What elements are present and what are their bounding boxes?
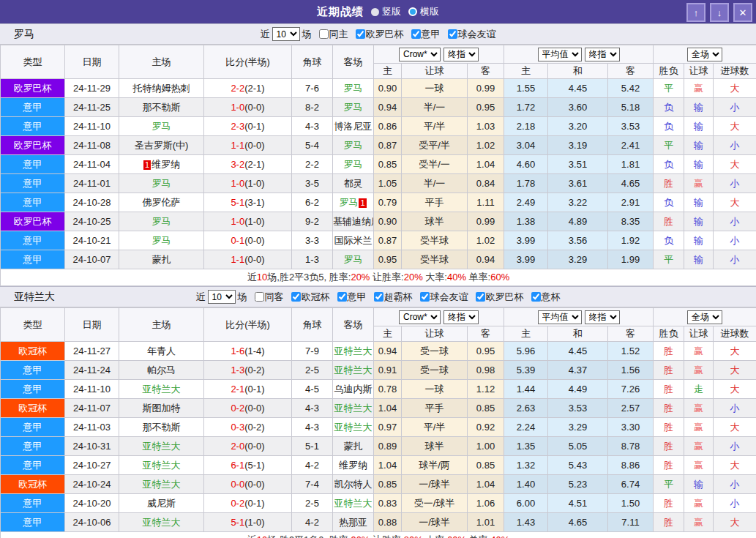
filter-checkbox-item[interactable]: 意甲 [332, 291, 367, 304]
layout-radio-horizontal[interactable]: 横版 [408, 5, 439, 18]
cell-odds: 3.20 [548, 117, 608, 136]
filter-checkbox-item[interactable]: 欧罗巴杯 [471, 291, 524, 304]
cell-away-team: 罗马1 [333, 193, 374, 212]
filter-checkbox[interactable] [319, 29, 329, 39]
filter-checkbox[interactable] [337, 292, 347, 302]
cell-odds: 4.45 [548, 79, 608, 98]
cell-result: 平 [654, 79, 684, 98]
avg-source-select[interactable]: 平均值 [538, 48, 582, 61]
cell-odds: 2.41 [608, 136, 654, 155]
cell-score: 0-2(0-1) [204, 494, 292, 513]
avg-source-select[interactable]: 平均值 [538, 310, 582, 324]
cell-home-team: 罗马 [119, 117, 204, 136]
cell-result: 输 [684, 98, 714, 117]
filter-checkbox[interactable] [374, 292, 383, 302]
filter-checkbox[interactable] [420, 292, 430, 302]
move-up-button[interactable]: ↑ [686, 3, 706, 22]
match-row: 意甲24-10-06亚特兰大5-1(1-0)4-2热那亚0.88一/球半1.01… [1, 513, 756, 532]
filter-checkbox[interactable] [255, 292, 264, 302]
move-down-button[interactable]: ↓ [710, 3, 729, 22]
filter-checkbox-item[interactable]: 同主 [314, 28, 348, 41]
filter-checkbox[interactable] [356, 29, 365, 39]
filter-prefix-label: 近 [261, 28, 270, 41]
odds-time-select[interactable]: 终指 [444, 48, 479, 61]
filter-checkbox-item[interactable]: 意杯 [526, 291, 561, 304]
radio-icon[interactable] [408, 7, 417, 16]
cell-result: 赢 [684, 399, 714, 418]
cell-odds: 1.03 [468, 117, 504, 136]
odds-source-select[interactable]: Crow* [399, 48, 441, 61]
cell-odds: 平手 [402, 193, 468, 212]
filter-checkbox-item[interactable]: 意甲 [406, 28, 441, 41]
cell-odds: 3.60 [548, 98, 608, 117]
cell-date: 24-10-07 [65, 250, 119, 269]
cell-odds: 2.63 [504, 399, 548, 418]
column-header: 比分(半场) [204, 308, 292, 342]
cell-competition: 欧冠杯 [1, 342, 65, 361]
avg-time-select[interactable]: 终指 [585, 48, 620, 61]
cell-odds: 平手 [402, 399, 468, 418]
team-filter-bar: 亚特兰大近10场同客欧冠杯意甲超霸杯球会友谊欧罗巴杯意杯 [0, 286, 756, 307]
filter-checkbox-item[interactable]: 欧冠杯 [286, 291, 330, 304]
cell-odds: 0.95 [374, 250, 402, 269]
filter-checkbox[interactable] [531, 292, 541, 302]
cell-odds: 5.43 [548, 456, 608, 475]
cell-result: 大 [714, 380, 756, 399]
sub-column-header: 和 [548, 64, 608, 79]
close-button[interactable]: ✕ [733, 3, 752, 22]
team-link: 罗马 [339, 197, 358, 208]
cell-competition: 意甲 [1, 418, 65, 437]
cell-result: 负 [654, 193, 684, 212]
summary-text: 场,胜9平1负0, 胜率: [267, 534, 351, 538]
cell-corners: 4-5 [292, 380, 333, 399]
cell-corners: 4-2 [292, 456, 333, 475]
filter-checkbox-item[interactable]: 超霸杯 [369, 291, 413, 304]
filter-checkbox[interactable] [411, 29, 421, 39]
cell-odds: 1.06 [468, 494, 504, 513]
cell-odds: 3.29 [548, 418, 608, 437]
fulltime-score: 0-1 [231, 235, 244, 246]
radio-icon[interactable] [371, 8, 379, 16]
cell-odds: 0.98 [468, 361, 504, 380]
cell-result: 小 [714, 250, 756, 269]
cell-odds: 受半球 [402, 231, 468, 250]
fulltime-select[interactable]: 全场 [687, 310, 722, 324]
fulltime-score: 5-1 [231, 197, 244, 208]
team-link: 圣吉罗斯(中) [135, 140, 189, 151]
filter-checkbox[interactable] [448, 29, 457, 39]
cell-home-team: 蒙扎 [119, 250, 204, 269]
cell-corners: 4-2 [292, 513, 333, 532]
fulltime-score: 0-3 [231, 422, 244, 433]
cell-score: 3-2(2-1) [204, 155, 292, 174]
odds-source-select[interactable]: Crow* [399, 310, 441, 324]
cell-odds: 0.99 [468, 79, 504, 98]
cell-home-team: 亚特兰大 [119, 380, 204, 399]
match-row: 意甲24-10-20威尼斯0-2(0-1)2-5亚特兰大0.83受一/球半1.0… [1, 494, 756, 513]
match-count-select[interactable]: 10 [208, 290, 236, 304]
cell-score: 1-0(1-0) [204, 174, 292, 193]
layout-radio-vertical[interactable]: 竖版 [371, 5, 401, 18]
sections-container: 罗马近10场同主欧罗巴杯意甲球会友谊类型日期主场比分(半场)角球客场Crow*终… [0, 23, 756, 538]
filter-checkbox-item[interactable]: 球会友谊 [415, 291, 468, 304]
filter-checkbox[interactable] [476, 292, 485, 302]
team-link: 罗马 [344, 159, 363, 170]
sub-column-header: 客 [468, 326, 504, 342]
fulltime-select[interactable]: 全场 [687, 48, 722, 61]
cell-competition: 欧罗巴杯 [1, 136, 65, 155]
match-row: 意甲24-11-25那不勒斯1-0(0-0)8-2罗马0.94半/一0.951.… [1, 98, 756, 117]
fulltime-score: 2-1 [231, 384, 244, 395]
filter-checkbox[interactable] [291, 292, 301, 302]
cell-away-team: 罗马 [333, 250, 374, 269]
filter-checkbox-item[interactable]: 欧罗巴杯 [351, 28, 404, 41]
match-count-select[interactable]: 10 [272, 27, 300, 41]
cell-away-team: 基辅迪纳摩 [333, 212, 374, 231]
odds-time-select[interactable]: 终指 [444, 310, 479, 324]
filter-checkbox-item[interactable]: 同客 [250, 291, 284, 304]
sub-column-header: 胜负 [654, 64, 684, 79]
avg-time-select[interactable]: 终指 [585, 310, 620, 324]
filter-checkbox-item[interactable]: 球会友谊 [443, 28, 496, 41]
halftime-score: (3-1) [244, 197, 264, 208]
team-link: 维罗纳 [151, 159, 180, 170]
cell-home-team: 圣吉罗斯(中) [119, 136, 204, 155]
cell-result: 小 [714, 231, 756, 250]
